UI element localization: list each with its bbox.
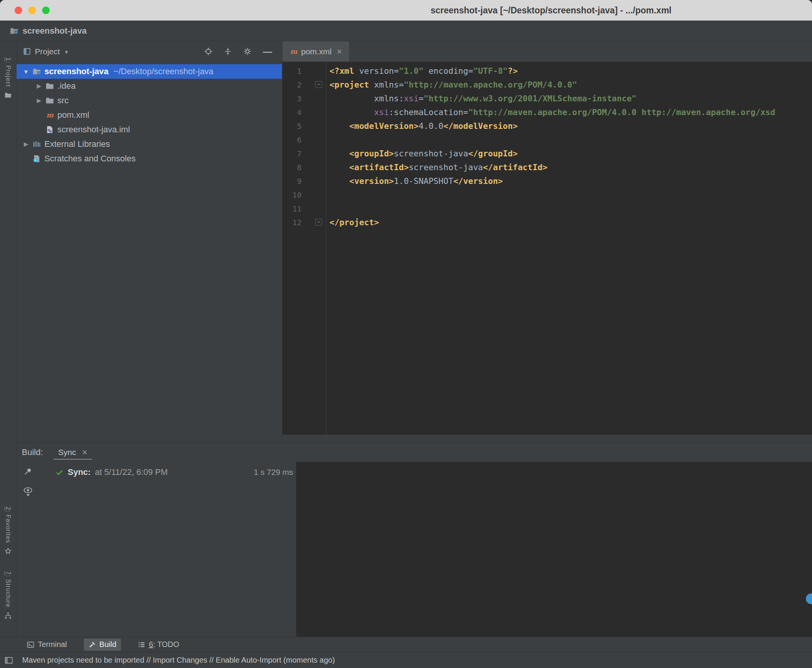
sync-title: Sync: — [68, 467, 91, 477]
close-window-button[interactable] — [15, 7, 22, 14]
code-line-5[interactable]: 5 <modelVersion>4.0.0</modelVersion> — [282, 119, 812, 133]
tree-item-label: src — [57, 95, 69, 105]
chevron-down-icon[interactable]: ▼ — [64, 49, 69, 55]
project-panel-actions: — — [204, 47, 272, 55]
code-text: <groupId>screenshot-java</groupId> — [282, 147, 812, 160]
code-line-4[interactable]: 4 xsi:schemaLocation="http://maven.apach… — [282, 105, 812, 119]
tab-pom-xml[interactable]: m pom.xml × — [282, 41, 349, 62]
traffic-lights — [15, 7, 50, 14]
code-line-11[interactable]: 11 — [282, 202, 812, 215]
tree-item-scratches-and-consoles[interactable]: Scratches and Consoles — [17, 152, 282, 166]
code-line-3[interactable]: 3 xmlns:xsi="http://www.w3.org/2001/XMLS… — [282, 92, 812, 105]
folder-icon — [5, 92, 12, 99]
breadcrumb[interactable]: screenshot-java — [23, 26, 87, 36]
fold-end-icon[interactable]: − — [315, 219, 322, 225]
project-panel-title[interactable]: Project — [35, 47, 60, 56]
tree-item-idea[interactable]: ▶.idea — [17, 79, 282, 93]
editor-area: m pom.xml × 1<?xml version="1.0" encodin… — [282, 41, 812, 443]
status-message[interactable]: Maven projects need to be imported // Im… — [22, 656, 335, 665]
fold-start-icon[interactable]: − — [315, 81, 322, 88]
close-icon[interactable]: × — [82, 449, 87, 456]
line-number: 1 — [282, 64, 301, 78]
tab-sync[interactable]: Sync × — [54, 445, 92, 459]
sync-tab-label: Sync — [58, 448, 76, 457]
collapse-all-icon[interactable] — [224, 47, 232, 55]
tree-item-detail: ~/Desktop/screenshot-java — [114, 67, 214, 77]
tree-collapse-icon[interactable]: ▼ — [20, 68, 32, 75]
code-line-8[interactable]: 8 <artifactId>screenshot-java</artifactI… — [282, 160, 812, 174]
project-folder-icon — [32, 67, 41, 76]
eye-icon[interactable] — [23, 487, 32, 496]
code-line-9[interactable]: 9 <version>1.0-SNAPSHOT</version> — [282, 174, 812, 188]
build-tool-window: Build: Sync × Sy — [17, 443, 812, 637]
code-text: xmlns:xsi="http://www.w3.org/2001/XMLSch… — [282, 92, 812, 105]
tree-item-screenshot-java[interactable]: ▼screenshot-java~/Desktop/screenshot-jav… — [17, 64, 282, 79]
code-text: <project xmlns="http://maven.apache.org/… — [282, 78, 812, 92]
tree-expand-icon[interactable]: ▶ — [32, 97, 45, 104]
tool-button-favorites[interactable]: 2: Favorites — [5, 507, 12, 555]
sync-result-row[interactable]: Sync: at 5/11/22, 6:09 PM 1 s 729 ms — [39, 462, 296, 477]
code-text: <artifactId>screenshot-java</artifactId> — [282, 160, 812, 174]
build-panel-title: Build: — [22, 448, 43, 457]
close-icon[interactable]: × — [337, 48, 342, 55]
tree-expand-icon[interactable]: ▶ — [32, 83, 45, 90]
code-line-1[interactable]: 1<?xml version="1.0" encoding="UTF-8"?> — [282, 64, 812, 78]
code-editor[interactable]: 1<?xml version="1.0" encoding="UTF-8"?>2… — [282, 62, 812, 435]
code-line-2[interactable]: 2−<project xmlns="http://maven.apache.or… — [282, 78, 812, 92]
tab-label: pom.xml — [301, 47, 331, 56]
star-icon — [5, 548, 12, 554]
build-output-area — [296, 462, 812, 637]
tool-window-icon — [23, 48, 31, 55]
line-number: 6 — [282, 133, 301, 147]
line-number: 11 — [282, 202, 301, 215]
tool-button-structure[interactable]: 7: Structure — [5, 571, 12, 619]
tool-button-terminal[interactable]: Terminal — [22, 638, 72, 651]
code-line-6[interactable]: 6 — [282, 133, 812, 147]
tool-button-build[interactable]: Build — [84, 638, 121, 651]
navigation-bar: screenshot-java — [0, 21, 812, 41]
line-number: 7 — [282, 147, 301, 160]
tree-item-label: screenshot-java — [44, 67, 109, 77]
line-number: 3 — [282, 92, 301, 105]
tool-button-terminal-label: Terminal — [38, 640, 67, 649]
tree-item-label: External Libraries — [44, 139, 110, 149]
tool-window-bar: Terminal Build 6: TODO — [0, 637, 812, 652]
svg-text:m: m — [290, 47, 298, 55]
folder-icon — [45, 96, 54, 105]
tree-item-external-libraries[interactable]: ▶External Libraries — [17, 137, 282, 152]
project-folder-icon — [10, 27, 18, 35]
code-lines: 1<?xml version="1.0" encoding="UTF-8"?>2… — [282, 64, 812, 229]
line-number: 12 — [282, 215, 301, 229]
terminal-icon — [27, 641, 34, 648]
settings-icon[interactable] — [243, 47, 251, 55]
locate-icon[interactable] — [204, 47, 213, 55]
project-tool-window: Project ▼ — ▼screenshot-java~/Desktop/sc… — [17, 41, 282, 443]
scratches-icon — [32, 154, 41, 163]
tool-button-todo[interactable]: 6: TODO — [133, 638, 184, 651]
code-text: <?xml version="1.0" encoding="UTF-8"?> — [282, 64, 812, 78]
tree-item-pom-xml[interactable]: mpom.xml — [17, 108, 282, 122]
hide-icon[interactable]: — — [263, 48, 272, 55]
code-text: <modelVersion>4.0.0</modelVersion> — [282, 119, 812, 133]
window-switcher-icon[interactable] — [5, 656, 13, 665]
tree-item-label: screenshot-java.iml — [57, 125, 130, 135]
tool-button-project[interactable]: 1: Project — [5, 57, 12, 99]
pin-icon[interactable] — [24, 467, 32, 476]
minimize-window-button[interactable] — [28, 7, 36, 14]
structure-icon — [5, 612, 12, 619]
tree-item-src[interactable]: ▶src — [17, 93, 282, 108]
project-panel-header: Project ▼ — — [17, 41, 282, 62]
code-line-7[interactable]: 7 <groupId>screenshot-java</groupId> — [282, 147, 812, 160]
code-line-12[interactable]: 12−</project> — [282, 215, 812, 229]
maven-icon: m — [289, 47, 298, 56]
zoom-window-button[interactable] — [42, 7, 50, 14]
tree-expand-icon[interactable]: ▶ — [20, 141, 32, 148]
window-title: screenshot-java [~/Desktop/screenshot-ja… — [430, 0, 671, 21]
tree-item-screenshot-java-iml[interactable]: screenshot-java.iml — [17, 122, 282, 137]
hammer-icon — [89, 641, 96, 648]
tree-item-label: Scratches and Consoles — [44, 154, 136, 164]
line-number: 10 — [282, 188, 301, 202]
code-line-10[interactable]: 10 — [282, 188, 812, 202]
line-number: 5 — [282, 119, 301, 133]
build-panel-toolbar — [17, 462, 39, 637]
